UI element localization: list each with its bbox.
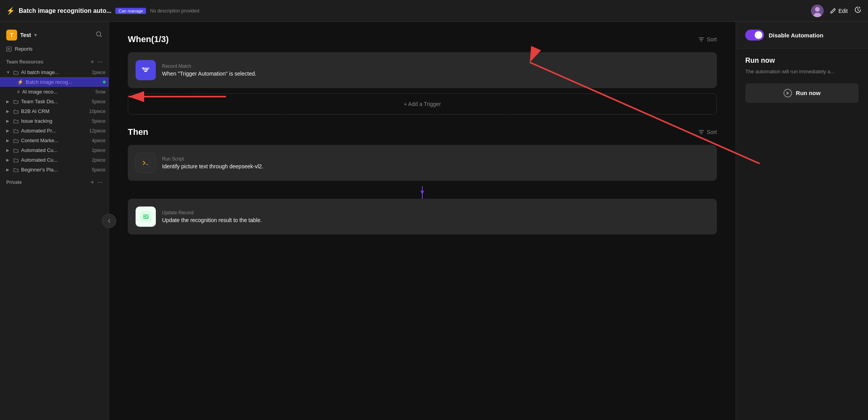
- private-section: Private + ···: [0, 175, 109, 188]
- expand-icon: ▶: [6, 129, 11, 133]
- automation-name: Batch image recog...: [26, 79, 101, 85]
- sidebar: T Test ▾ Reports Team Resources +: [0, 22, 109, 420]
- expand-icon: ▶: [6, 119, 11, 123]
- run-now-section: Run now The automation will run immediat…: [736, 49, 868, 420]
- update-record-card-info: Update Record Update the recognition res…: [162, 210, 262, 223]
- expand-icon: ▶: [6, 99, 11, 104]
- folder-content-marke[interactable]: ▶ Content Marke... 4piece: [0, 136, 109, 145]
- folder-name: Automated Pr...: [21, 128, 87, 134]
- folder-name: Automated Cu...: [21, 157, 90, 163]
- add-trigger-button[interactable]: + Add a Trigger: [128, 94, 717, 115]
- run-script-label: Run Script: [162, 156, 263, 162]
- workspace-selector[interactable]: T Test ▾: [6, 30, 37, 41]
- then-sort-label: Sort: [707, 129, 717, 135]
- workspace-avatar: T: [6, 30, 17, 41]
- edit-label: Edit: [838, 8, 848, 14]
- folder-name-ai-batch: AI batch image...: [21, 69, 90, 75]
- run-now-desc: The automation will run immediately a...: [745, 68, 859, 76]
- run-btn-circle-icon: [783, 89, 792, 97]
- toggle-knob: [755, 31, 762, 39]
- header-title-area: ⚡ Batch image recognition auto... Can ma…: [6, 7, 806, 15]
- then-title-text: Then: [128, 127, 148, 137]
- folder-b2b-crm[interactable]: ▶ B2B AI CRM 10piece: [0, 106, 109, 116]
- more-private-button[interactable]: ···: [97, 179, 102, 185]
- folder-beginners-pla[interactable]: ▶ Beginner's Pla... 5piece: [0, 165, 109, 175]
- run-now-button[interactable]: Run now: [745, 83, 859, 103]
- folder-count: 12piece: [89, 128, 106, 134]
- expand-arrow-icon: ▼: [6, 70, 11, 74]
- avatar[interactable]: [811, 5, 824, 17]
- folder-name: Beginner's Pla...: [21, 167, 90, 173]
- more-options-button[interactable]: ···: [97, 59, 102, 65]
- svg-rect-9: [141, 159, 150, 167]
- expand-icon: ▶: [6, 168, 11, 172]
- connector-line: ▼: [128, 186, 717, 199]
- trigger-card-desc: When "Trigger Automation" is selected.: [162, 71, 256, 77]
- team-resources-label: Team Resources: [6, 59, 43, 65]
- then-section: Then Sort Run Scr: [128, 127, 717, 235]
- expand-icon: ▶: [6, 148, 11, 152]
- then-card-run-script[interactable]: Run Script Identify picture text through…: [128, 145, 717, 181]
- update-record-label: Update Record: [162, 210, 262, 215]
- trigger-card-record-match[interactable]: Record Match When "Trigger Automation" i…: [128, 52, 717, 88]
- update-icon: [136, 206, 156, 227]
- add-private-button[interactable]: +: [90, 179, 94, 185]
- run-now-btn-label: Run now: [796, 90, 820, 96]
- grid-icon: #: [17, 89, 20, 95]
- disable-automation-label: Disable Automation: [769, 32, 823, 39]
- then-section-title: Then Sort: [128, 127, 717, 137]
- workspace-name-label: Test: [20, 32, 31, 38]
- disable-automation-toggle[interactable]: [745, 30, 764, 41]
- header-right: Edit: [811, 5, 862, 17]
- bolt-icon: ⚡: [6, 7, 15, 15]
- sidebar-item-reports[interactable]: Reports: [0, 44, 109, 54]
- run-now-title: Run now: [745, 56, 859, 65]
- run-script-desc: Identify picture text through deepseek-v…: [162, 163, 263, 169]
- private-label: Private: [6, 180, 22, 185]
- folder-automated-pr[interactable]: ▶ Automated Pr... 12piece: [0, 126, 109, 136]
- folder-count: 4piece: [92, 138, 106, 143]
- folder-team-task[interactable]: ▶ Team Task Dis... 5piece: [0, 97, 109, 106]
- add-trigger-label: + Add a Trigger: [404, 101, 441, 107]
- reports-label: Reports: [15, 46, 33, 52]
- folder-ai-batch[interactable]: ▼ AI batch image... 2piece: [0, 67, 109, 77]
- sidebar-collapse-button[interactable]: [102, 214, 116, 228]
- then-sort-button[interactable]: Sort: [698, 129, 717, 135]
- script-icon: [136, 153, 156, 173]
- content-area: When(1/3) Sort Record Match: [109, 22, 736, 420]
- folder-count: 5piece: [92, 167, 106, 173]
- folder-automated-cu1[interactable]: ▶ Automated Cu... 2piece: [0, 145, 109, 155]
- expand-icon: ▶: [6, 158, 11, 162]
- edit-button[interactable]: Edit: [830, 8, 848, 14]
- top-header: ⚡ Batch image recognition auto... Can ma…: [0, 0, 868, 22]
- sidebar-search-button[interactable]: [95, 31, 102, 39]
- sidebar-item-ai-image[interactable]: # AI image reco... 5row: [0, 87, 109, 97]
- filter-icon: [136, 60, 156, 80]
- sidebar-top: T Test ▾: [0, 26, 109, 44]
- svg-point-6: [143, 67, 144, 69]
- expand-icon: ▶: [6, 138, 11, 143]
- svg-point-8: [145, 71, 146, 72]
- automation-bolt-icon: ⚡: [17, 79, 23, 85]
- when-section-title: When(1/3) Sort: [128, 34, 717, 44]
- ai-image-name: AI image reco...: [22, 89, 93, 95]
- expand-icon: ▶: [6, 109, 11, 113]
- connector-arrow-icon: ▼: [419, 189, 425, 196]
- folder-name: Automated Cu...: [21, 147, 90, 153]
- when-sort-button[interactable]: Sort: [698, 36, 717, 42]
- folder-automated-cu2[interactable]: ▶ Automated Cu... 2piece: [0, 155, 109, 165]
- workspace-chevron-icon: ▾: [34, 32, 37, 38]
- sidebar-item-batch-automation[interactable]: ⚡ Batch image recog...: [0, 77, 109, 87]
- section-header-actions: + ···: [90, 59, 102, 65]
- header-title: Batch image recognition auto...: [19, 7, 111, 14]
- can-manage-badge: Can manage: [115, 8, 146, 14]
- trigger-card-info: Record Match When "Trigger Automation" i…: [162, 64, 256, 77]
- folder-issue-tracking[interactable]: ▶ Issue tracking 5piece: [0, 116, 109, 126]
- folder-count: 10piece: [89, 109, 106, 114]
- active-dot: [103, 81, 106, 83]
- add-resource-button[interactable]: +: [90, 59, 94, 65]
- trigger-card-label: Record Match: [162, 64, 256, 69]
- header-subtitle: No description provided: [150, 8, 199, 14]
- then-card-update-record[interactable]: Update Record Update the recognition res…: [128, 199, 717, 235]
- history-button[interactable]: [854, 6, 862, 16]
